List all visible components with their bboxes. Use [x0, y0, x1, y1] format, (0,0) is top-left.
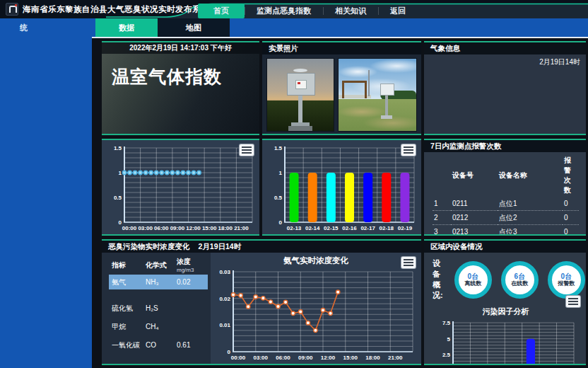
- monitor-base: [381, 115, 392, 119]
- photos-panel: 实景照片: [262, 41, 421, 135]
- svg-text:15:00: 15:00: [343, 355, 358, 361]
- monitor-pole: [385, 92, 388, 117]
- svg-text:02-14: 02-14: [305, 225, 320, 231]
- greenhouse-line-chart[interactable]: 00:0003:0006:0009:0012:0015:0018:0021:00…: [103, 143, 258, 233]
- weather-panel-title: 气象信息: [424, 42, 586, 54]
- svg-text:0: 0: [119, 219, 122, 226]
- device-overview-label: 设备概况:: [433, 258, 443, 301]
- top-navbar: 海南省乐东黎族自治县大气恶臭状况实时发布系 首页 监测点恶臭指数 相关知识 返回: [0, 0, 588, 18]
- chart-toolbox-icon[interactable]: [240, 144, 254, 156]
- table-row: 10211点位10: [433, 197, 579, 211]
- pollutant-row-co[interactable]: 一氧化碳 CO 0.61: [109, 338, 208, 352]
- site-photo-field[interactable]: [338, 58, 417, 132]
- current-datetime: 2022年2月19日 14:17:03 下午好: [102, 42, 259, 54]
- svg-text:2.5: 2.5: [442, 352, 451, 358]
- svg-text:1.5: 1.5: [114, 145, 122, 151]
- table-row: 20212点位20: [433, 211, 579, 225]
- svg-text:7.5: 7.5: [442, 320, 451, 326]
- monitor-cabinet: [380, 84, 394, 96]
- svg-text:06:00: 06:00: [276, 355, 290, 361]
- alarms-panel: 7日内监测点报警次数 设备号 设备名称 报警次数 10211点位10 20212…: [424, 139, 586, 236]
- left-sidebar: [0, 38, 92, 368]
- svg-text:0.5: 0.5: [114, 195, 122, 201]
- tab-bar: 统 数据 地图: [0, 18, 588, 38]
- chart-toolbox-icon[interactable]: [566, 296, 580, 307]
- app-title-wrap: 统: [20, 18, 28, 37]
- tab-data[interactable]: 数据: [95, 18, 158, 38]
- device-overview: 设备概况: 0台 离线数 6台 在线数 0台 报警数: [431, 258, 580, 301]
- pollutant-row-h2s[interactable]: 硫化氢 H₂S: [109, 301, 208, 316]
- svg-text:03:00: 03:00: [254, 355, 269, 361]
- svg-text:12:00: 12:00: [321, 355, 336, 361]
- concentration-timestamp: 2月19日14时: [199, 241, 242, 253]
- monitor-foundation: [288, 126, 312, 131]
- svg-text:0.03: 0.03: [219, 269, 230, 275]
- svg-text:0: 0: [279, 219, 283, 226]
- concentration-panel: 恶臭污染物实时浓度变化 2月19日14时 指标 化学式 浓度mg/m3 氨气 N…: [102, 239, 421, 365]
- nav-item-back[interactable]: 返回: [378, 4, 418, 18]
- monitor-cabinet: [287, 73, 315, 96]
- svg-text:02-17: 02-17: [360, 225, 375, 231]
- greenhouse-line-chart-panel: 00:0003:0006:0009:0012:0015:0018:0021:00…: [102, 139, 259, 236]
- ammonia-line-chart[interactable]: 00:0003:0006:0009:0012:0015:0018:0021:00…: [212, 267, 418, 362]
- site-photo-dusk[interactable]: [266, 58, 334, 132]
- nav-item-knowledge[interactable]: 相关知识: [323, 4, 378, 18]
- svg-text:0.02: 0.02: [219, 296, 230, 302]
- pollutant-row-nh3[interactable]: 氨气 NH₃ 0.02: [109, 275, 208, 289]
- alarms-panel-title: 7日内监测点报警次数: [424, 140, 586, 152]
- svg-text:00:00: 00:00: [122, 225, 137, 231]
- svg-text:00:00: 00:00: [231, 355, 246, 361]
- svg-text:02-15: 02-15: [324, 225, 339, 231]
- photos-panel-title: 实景照片: [262, 42, 421, 54]
- alarms-header-row: 设备号 设备名称 报警次数: [433, 154, 579, 197]
- col-device-name: 设备名称: [498, 154, 563, 197]
- alarm-count-badge: 0台 报警数: [548, 261, 585, 299]
- daily-bars-chart-panel: 02-1302-1402-1502-1602-1702-1802-1900.51…: [262, 139, 421, 236]
- chart-toolbox-icon[interactable]: [401, 257, 416, 268]
- pollutant-row-ch4[interactable]: 甲烷 CH₄: [109, 319, 208, 334]
- svg-text:5: 5: [447, 336, 451, 343]
- pollutant-table-header: 指标 化学式 浓度mg/m3: [109, 257, 208, 273]
- svg-text:12:00: 12:00: [186, 225, 201, 231]
- alarms-table: 设备号 设备名称 报警次数 10211点位10 20212点位20 30213点…: [433, 154, 579, 236]
- svg-text:1: 1: [119, 170, 122, 176]
- photo-scaffold: [342, 81, 367, 98]
- photo-grass: [339, 99, 416, 131]
- svg-text:21:00: 21:00: [388, 355, 403, 361]
- svg-text:18:00: 18:00: [218, 225, 233, 231]
- app-logo-icon: [6, 3, 18, 16]
- weather-timestamp: 2月19日14时: [539, 57, 580, 67]
- svg-text:02-18: 02-18: [380, 225, 394, 231]
- svg-text:02-13: 02-13: [287, 225, 302, 231]
- svg-text:21:00: 21:00: [234, 225, 249, 231]
- photo-mast: [368, 70, 370, 96]
- tab-map[interactable]: 地图: [158, 18, 230, 38]
- svg-text:02-19: 02-19: [398, 225, 413, 231]
- svg-text:0: 0: [228, 349, 231, 355]
- svg-text:0.5: 0.5: [274, 195, 283, 201]
- offline-count-badge: 0台 离线数: [454, 261, 492, 299]
- pollutant-table: 指标 化学式 浓度mg/m3 氨气 NH₃ 0.02 硫化氢 H₂S 甲烷 CH…: [102, 253, 211, 364]
- nav-menu: 首页 监测点恶臭指数 相关知识 返回: [198, 4, 418, 18]
- pollutant-factor-chart[interactable]: 氨气硫化氢甲烷一氧化碳02.557.5: [432, 318, 580, 365]
- svg-text:1.5: 1.5: [274, 145, 283, 151]
- online-count-badge: 6台 在线数: [501, 261, 539, 299]
- svg-text:1: 1: [279, 170, 283, 176]
- daily-bars-chart[interactable]: 02-1302-1402-1502-1602-1702-1802-1900.51…: [264, 143, 420, 233]
- main-content: 2022年2月19日 14:17:03 下午好 温室气体指数 实景照片: [92, 38, 588, 368]
- svg-text:15:00: 15:00: [202, 225, 217, 231]
- svg-text:18:00: 18:00: [365, 355, 380, 361]
- svg-text:06:00: 06:00: [154, 225, 169, 231]
- app-title: 海南省乐东黎族自治县大气恶臭状况实时发布系: [23, 4, 201, 15]
- nav-item-odor-index[interactable]: 监测点恶臭指数: [245, 4, 323, 18]
- devices-panel-title: 区域内设备情况: [424, 241, 586, 253]
- greenhouse-index-title: 温室气体指数: [102, 54, 259, 88]
- pollutant-factor-title: 污染因子分析: [431, 306, 580, 317]
- col-device-id: 设备号: [451, 154, 498, 197]
- chart-toolbox-icon[interactable]: [401, 144, 416, 156]
- weather-panel: 气象信息 2月19日14时: [424, 41, 586, 135]
- table-row: 30213点位30: [433, 225, 579, 236]
- col-alarm-count: 报警次数: [563, 154, 579, 197]
- concentration-title: 恶臭污染物实时浓度变化: [108, 241, 190, 253]
- nav-item-home[interactable]: 首页: [198, 4, 245, 18]
